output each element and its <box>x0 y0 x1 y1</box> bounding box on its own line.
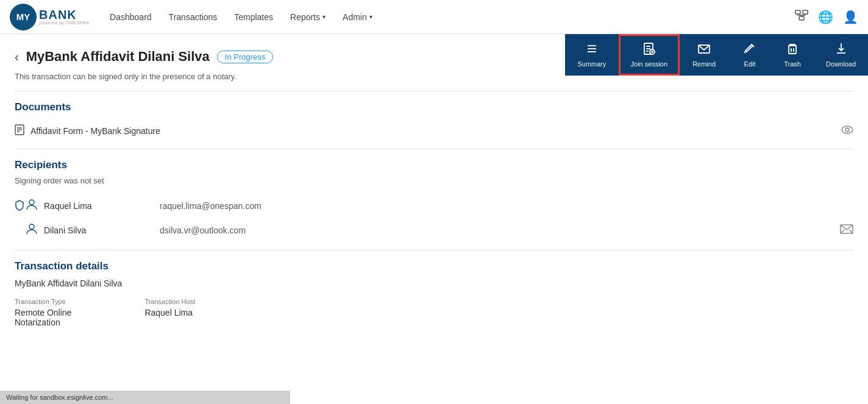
recipient-1-name: Raquel Lima <box>44 201 154 211</box>
transaction-type-field: Transaction Type Remote Online Notarizat… <box>15 298 71 327</box>
doc-item: Affidavit Form - MyBank Signature <box>15 121 853 141</box>
documents-section: Documents Affidavit Form - MyBank Signat… <box>0 91 868 149</box>
transaction-host-label: Transaction Host <box>144 298 195 305</box>
logo-bank-text: BANK <box>39 9 89 21</box>
eye-icon[interactable] <box>841 126 853 136</box>
status-badge: In Progress <box>217 51 273 63</box>
remind-label: Remind <box>692 60 716 68</box>
recipients-title: Recipients <box>15 159 853 171</box>
recipient-1-icons <box>15 199 38 213</box>
recipient-row-2: Dilani Silva dsilva.vr@outlook.com <box>15 218 853 243</box>
action-bar: Summary Join session Remind <box>565 34 868 76</box>
transaction-fields: Transaction Type Remote Online Notarizat… <box>15 298 853 327</box>
network-icon[interactable] <box>795 10 808 24</box>
remind-icon <box>697 42 711 58</box>
transaction-type-value: Remote Online Notarization <box>15 308 71 327</box>
remind-button[interactable]: Remind <box>680 34 728 76</box>
svg-line-34 <box>849 230 853 233</box>
globe-icon[interactable]: 🌐 <box>818 10 833 24</box>
shield-icon <box>15 200 24 213</box>
reports-chevron-icon: ▾ <box>322 13 326 20</box>
nav-link-admin[interactable]: Admin ▾ <box>334 7 381 27</box>
svg-rect-2 <box>799 16 804 20</box>
svg-point-28 <box>842 126 853 133</box>
logo-sub-text: powered by ONESPAN <box>39 21 89 26</box>
nav-icons: 🌐 👤 <box>795 10 858 24</box>
svg-point-29 <box>845 128 849 132</box>
transaction-host-field: Transaction Host Raquel Lima <box>144 298 195 327</box>
recipient-2-name: Dilani Silva <box>44 225 154 235</box>
documents-title: Documents <box>15 101 853 113</box>
navbar: MY BANK powered by ONESPAN Dashboard Tra… <box>0 0 868 34</box>
admin-chevron-icon: ▾ <box>369 13 372 20</box>
nav-links: Dashboard Transactions Templates Reports… <box>101 7 795 27</box>
transaction-details-section: Transaction details MyBank Affidavit Dil… <box>0 250 868 339</box>
nav-link-templates[interactable]: Templates <box>226 7 282 27</box>
user-avatar-icon[interactable]: 👤 <box>843 10 858 24</box>
person-icon-2 <box>26 223 38 238</box>
svg-rect-0 <box>795 10 800 14</box>
nav-link-transactions[interactable]: Transactions <box>160 7 226 27</box>
transaction-details-title: Transaction details <box>15 260 853 272</box>
recipients-section: Recipients Signing order was not set Raq… <box>0 149 868 250</box>
svg-line-33 <box>841 230 844 233</box>
join-session-icon <box>642 42 656 58</box>
trash-button[interactable]: Trash <box>771 34 814 76</box>
join-session-label: Join session <box>631 60 668 68</box>
trash-label: Trash <box>784 60 801 68</box>
logo-text-block: BANK powered by ONESPAN <box>39 9 89 26</box>
download-button[interactable]: Download <box>814 34 868 76</box>
svg-rect-20 <box>789 46 796 54</box>
nav-link-dashboard[interactable]: Dashboard <box>101 7 160 27</box>
transaction-name: MyBank Affidavit Dilani Silva <box>15 278 853 288</box>
recipient-2-email: dsilva.vr@outlook.com <box>160 225 834 235</box>
join-session-button[interactable]: Join session <box>619 34 680 76</box>
main-content: ‹ MyBank Affidavit Dilani Silva In Progr… <box>0 34 868 339</box>
svg-point-31 <box>29 224 34 229</box>
nav-link-reports[interactable]: Reports ▾ <box>282 7 334 27</box>
logo-circle: MY <box>10 4 37 30</box>
nav-logo: MY BANK powered by ONESPAN <box>10 4 89 30</box>
person-icon-1 <box>26 199 38 213</box>
recipient-row-1: Raquel Lima raquel.lima@onespan.com <box>15 194 853 218</box>
recipient-1-email: raquel.lima@onespan.com <box>160 201 261 211</box>
doc-file-icon <box>15 124 24 138</box>
mail-envelope-icon <box>840 224 853 236</box>
summary-button[interactable]: Summary <box>565 34 618 76</box>
page-title: MyBank Affidavit Dilani Silva <box>26 49 210 65</box>
transaction-host-value: Raquel Lima <box>144 308 195 317</box>
summary-label: Summary <box>577 60 606 68</box>
summary-icon <box>585 42 599 58</box>
edit-button[interactable]: Edit <box>728 34 771 76</box>
doc-name: Affidavit Form - MyBank Signature <box>30 126 835 136</box>
svg-rect-1 <box>803 10 808 14</box>
svg-point-30 <box>29 200 34 205</box>
edit-icon <box>743 42 756 58</box>
signing-order-text: Signing order was not set <box>15 176 853 185</box>
transaction-type-label: Transaction Type <box>15 298 71 305</box>
back-button[interactable]: ‹ <box>15 50 19 64</box>
download-label: Download <box>826 60 856 68</box>
edit-label: Edit <box>744 60 756 68</box>
trash-icon <box>786 42 799 58</box>
download-icon <box>834 42 848 58</box>
recipient-2-icon <box>15 223 38 238</box>
